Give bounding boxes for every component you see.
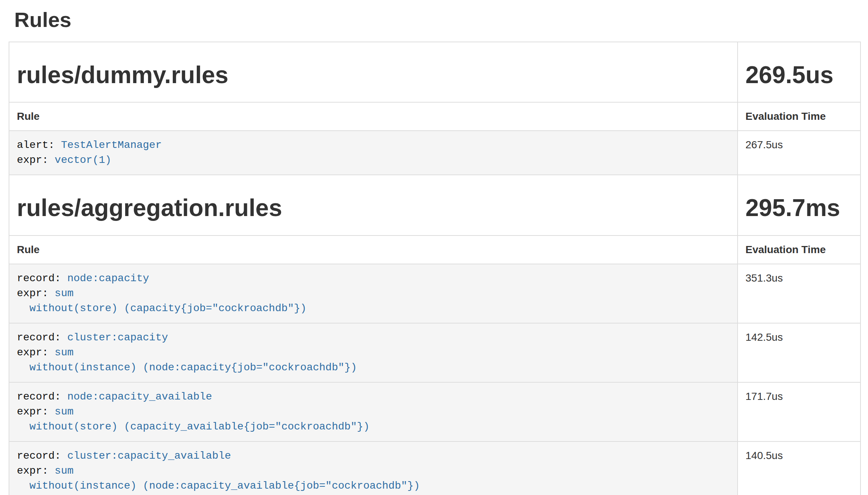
rule-cell: record: node:capacity expr: sum without(… [9,264,738,323]
rule-keyword: expr: [17,154,55,166]
rule-keyword: record: [17,391,67,403]
rule-group-name-cell: rules/aggregation.rules [9,175,738,236]
rule-expression-link[interactable]: sum without(store) (capacity{job="cockro… [17,288,307,314]
rule-keyword: expr: [17,347,55,358]
rule-group-name: rules/dummy.rules [17,62,730,89]
rule-keyword: record: [17,332,67,343]
rule-group-evaluation-time-cell: 295.7ms [738,175,861,236]
page-title: Rules [14,8,860,31]
rule-group-evaluation-time: 269.5us [745,62,853,89]
rules-table: rules/dummy.rules 269.5us Rule Evaluatio… [9,42,861,495]
column-header-row: Rule Evaluation Time [9,236,861,264]
rule-group-evaluation-time-cell: 269.5us [738,42,861,103]
rule-group-header-row: rules/aggregation.rules 295.7ms [9,175,861,236]
rule-definition: record: node:capacity expr: sum without(… [17,271,730,316]
rule-column-header: Rule [9,102,738,131]
rule-group-name: rules/aggregation.rules [17,195,730,222]
column-header-row: Rule Evaluation Time [9,102,861,131]
rule-column-header: Rule [9,236,738,264]
rule-row: record: cluster:capacity expr: sum witho… [9,323,861,382]
evaluation-time-column-header: Evaluation Time [738,102,861,131]
rule-expression-link[interactable]: sum without(instance) (node:capacity{job… [17,347,357,373]
rule-expression-link[interactable]: sum without(instance) (node:capacity_ava… [17,465,420,492]
rule-evaluation-time: 142.5us [738,323,861,382]
rule-expression-link[interactable]: vector(1) [55,154,111,166]
rule-keyword: record: [17,450,67,462]
rule-definition: record: cluster:capacity expr: sum witho… [17,330,730,375]
rule-evaluation-time: 267.5us [738,131,861,175]
rule-definition: record: node:capacity_available expr: su… [17,389,730,434]
rule-name-link[interactable]: cluster:capacity [67,332,168,343]
rule-cell: alert: TestAlertManager expr: vector(1) [9,131,738,175]
rule-expression-link[interactable]: sum without(store) (capacity_available{j… [17,406,370,432]
rule-evaluation-time: 171.7us [738,382,861,441]
rule-row: record: cluster:capacity_available expr:… [9,441,861,495]
rule-cell: record: node:capacity_available expr: su… [9,382,738,441]
rule-keyword: expr: [17,406,55,417]
rule-row: record: node:capacity_available expr: su… [9,382,861,441]
rule-keyword: record: [17,273,67,284]
rule-evaluation-time: 140.5us [738,441,861,495]
rule-row: alert: TestAlertManager expr: vector(1) … [9,131,861,175]
rule-group-header-row: rules/dummy.rules 269.5us [9,42,861,103]
rule-definition: alert: TestAlertManager expr: vector(1) [17,138,730,168]
evaluation-time-column-header: Evaluation Time [738,236,861,264]
rule-evaluation-time: 351.3us [738,264,861,323]
rule-name-link[interactable]: node:capacity_available [67,391,212,403]
rule-cell: record: cluster:capacity_available expr:… [9,441,738,495]
rule-keyword: expr: [17,465,55,477]
rule-definition: record: cluster:capacity_available expr:… [17,449,730,494]
rules-page: Rules rules/dummy.rules 269.5us Rule Eva… [0,8,868,495]
rule-row: record: node:capacity expr: sum without(… [9,264,861,323]
rule-group-evaluation-time: 295.7ms [745,195,853,222]
rule-keyword: alert: [17,139,61,151]
rule-group-name-cell: rules/dummy.rules [9,42,738,103]
rule-keyword: expr: [17,288,55,299]
rule-name-link[interactable]: cluster:capacity_available [67,450,231,462]
rule-name-link[interactable]: node:capacity [67,273,149,284]
rule-cell: record: cluster:capacity expr: sum witho… [9,323,738,382]
rule-name-link[interactable]: TestAlertManager [61,139,162,151]
